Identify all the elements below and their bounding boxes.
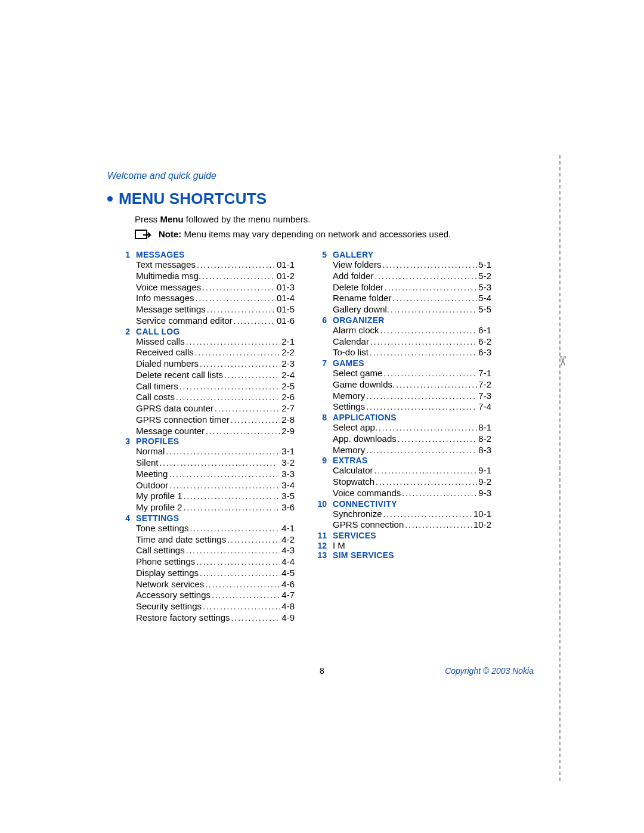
toc-item-label: Phone settings bbox=[136, 556, 195, 568]
toc-item-page: 7-3 bbox=[478, 391, 491, 402]
toc-leader-dots bbox=[202, 271, 275, 282]
toc-leader-dots bbox=[370, 336, 477, 348]
toc-item-label: Game downlds. bbox=[333, 379, 395, 391]
toc-item-page: 2-5 bbox=[281, 381, 295, 392]
toc-item: App. downloads8-2 bbox=[333, 433, 491, 445]
toc-item: View folders5-1 bbox=[333, 259, 491, 271]
section-header-label: Welcome and quick guide bbox=[107, 171, 561, 181]
toc-item-page: 5-1 bbox=[478, 259, 491, 271]
toc-item: Message counter2-9 bbox=[136, 426, 295, 437]
toc-item-label: To-do list bbox=[333, 347, 369, 358]
toc-section-number: 13 bbox=[306, 550, 333, 560]
toc-item-label: Memory bbox=[333, 391, 365, 402]
toc-item-page: 3-3 bbox=[281, 469, 295, 480]
toc-item-page: 4-6 bbox=[281, 579, 295, 590]
toc-item-page: 01-1 bbox=[277, 259, 295, 271]
toc-section-title: MESSAGES bbox=[136, 250, 185, 259]
intro-text: Press Menu followed by the menu numbers. bbox=[135, 214, 561, 224]
toc-item-label: Meeting bbox=[136, 469, 168, 480]
toc-section-title: CONNECTIVITY bbox=[333, 499, 397, 509]
toc-section-header: 10CONNECTIVITY bbox=[306, 499, 491, 509]
toc-item-label: Calendar bbox=[333, 336, 369, 348]
toc-item: Synchronize10-1 bbox=[333, 509, 491, 520]
toc-items: View folders5-1Add folder5-2Delete folde… bbox=[333, 259, 491, 315]
toc-leader-dots bbox=[234, 315, 275, 327]
toc-section-header: 9EXTRAS bbox=[306, 456, 491, 465]
toc-section-header: 6ORGANIZER bbox=[306, 315, 491, 325]
toc-item-page: 10-1 bbox=[473, 509, 491, 520]
toc-item-label: GPRS connection timer bbox=[136, 414, 230, 426]
toc-item-page: 5-5 bbox=[478, 304, 491, 315]
toc-item: Rename folder5-4 bbox=[333, 293, 491, 304]
toc-item-label: Tone settings bbox=[136, 523, 188, 534]
toc-item-page: 2-3 bbox=[281, 358, 295, 370]
toc-item: Silent3-2 bbox=[136, 457, 295, 469]
toc-item: To-do list6-3 bbox=[333, 347, 491, 358]
toc-items: Select app.8-1App. downloads8-2Memory8-3 bbox=[333, 422, 491, 456]
toc-item: Calculator9-1 bbox=[333, 465, 491, 476]
note-text: Note: Menu items may vary depending on n… bbox=[159, 229, 451, 239]
toc-item-label: Gallery downl. bbox=[333, 304, 389, 315]
toc-item-label: GPRS data counter bbox=[136, 403, 213, 414]
toc-leader-dots bbox=[374, 465, 478, 476]
toc-item-label: GPRS connection bbox=[333, 519, 404, 531]
toc-item: Delete folder5-3 bbox=[333, 282, 491, 293]
toc-item: Memory7-3 bbox=[333, 391, 491, 402]
toc-items: Missed calls2-1Received calls2-2Dialed n… bbox=[136, 336, 295, 437]
toc-section-header: 4SETTINGS bbox=[110, 513, 295, 523]
toc-item: Accessory settings4-7 bbox=[136, 590, 295, 601]
toc-item: Alarm clock6-1 bbox=[333, 325, 491, 336]
toc-section-title: SETTINGS bbox=[136, 513, 179, 523]
toc-section-number: 1 bbox=[110, 250, 136, 259]
toc-item: Missed calls2-1 bbox=[136, 336, 295, 348]
toc-leader-dots bbox=[385, 282, 477, 293]
toc-leader-dots bbox=[231, 612, 281, 624]
toc-item: Memory8-3 bbox=[333, 445, 491, 456]
toc-leader-dots bbox=[196, 293, 275, 304]
scissors-icon: ✂ bbox=[555, 355, 570, 366]
toc-items: Calculator9-1Stopwatch9-2Voice commands9… bbox=[333, 465, 491, 498]
toc-section-header: 13SIM SERVICES bbox=[306, 550, 491, 560]
toc-item: Call costs2-6 bbox=[136, 392, 295, 403]
toc-item-label: Call timers bbox=[136, 381, 178, 392]
toc-leader-dots bbox=[176, 392, 280, 403]
cut-line bbox=[559, 155, 561, 781]
toc-section-number: 6 bbox=[306, 315, 333, 325]
toc-item-label: Multimedia msg. bbox=[136, 271, 201, 282]
toc-items: Select game7-1Game downlds.7-2Memory7-3S… bbox=[333, 368, 491, 413]
toc-item: Message settings01-5 bbox=[136, 304, 295, 315]
toc-section-number: 2 bbox=[110, 327, 136, 336]
toc-leader-dots bbox=[179, 381, 280, 392]
toc-item: Security settings4-8 bbox=[136, 601, 295, 612]
toc-item-page: 2-1 bbox=[281, 336, 295, 348]
toc-item-label: Normal bbox=[136, 446, 165, 457]
toc-leader-dots bbox=[205, 579, 280, 590]
toc-leader-dots bbox=[392, 293, 477, 304]
toc-item-label: Message counter bbox=[136, 426, 205, 437]
toc-item: My profile 23-6 bbox=[136, 502, 295, 513]
toc-item-label: Missed calls bbox=[136, 336, 185, 348]
toc-leader-dots bbox=[184, 491, 281, 502]
toc-item-label: Voice commands bbox=[333, 488, 401, 499]
toc-leader-dots bbox=[215, 403, 280, 414]
toc-section-number: 8 bbox=[306, 413, 333, 422]
toc-leader-dots bbox=[200, 568, 280, 579]
toc-item-label: Text messages bbox=[136, 259, 196, 271]
toc-item-label: Alarm clock bbox=[333, 325, 379, 336]
toc-leader-dots bbox=[227, 534, 280, 546]
toc-section-number: 12 bbox=[306, 541, 333, 550]
toc-item-label: Network services bbox=[136, 579, 204, 590]
toc-item-label: Dialed numbers bbox=[136, 358, 199, 370]
toc-item-label: Settings bbox=[333, 401, 365, 413]
toc-item-label: Received calls bbox=[136, 347, 194, 358]
toc-section-header: 3PROFILES bbox=[110, 436, 295, 446]
toc-leader-dots bbox=[160, 457, 281, 469]
toc-leader-dots bbox=[195, 347, 281, 358]
toc-leader-dots bbox=[366, 391, 477, 402]
toc-item-label: My profile 2 bbox=[136, 502, 182, 513]
note-row: Note: Menu items may vary depending on n… bbox=[135, 229, 561, 241]
toc-item: Tone settings4-1 bbox=[136, 523, 295, 534]
toc-leader-dots bbox=[197, 259, 275, 271]
toc-item-page: 4-7 bbox=[281, 590, 295, 601]
toc-leader-dots bbox=[186, 336, 281, 348]
